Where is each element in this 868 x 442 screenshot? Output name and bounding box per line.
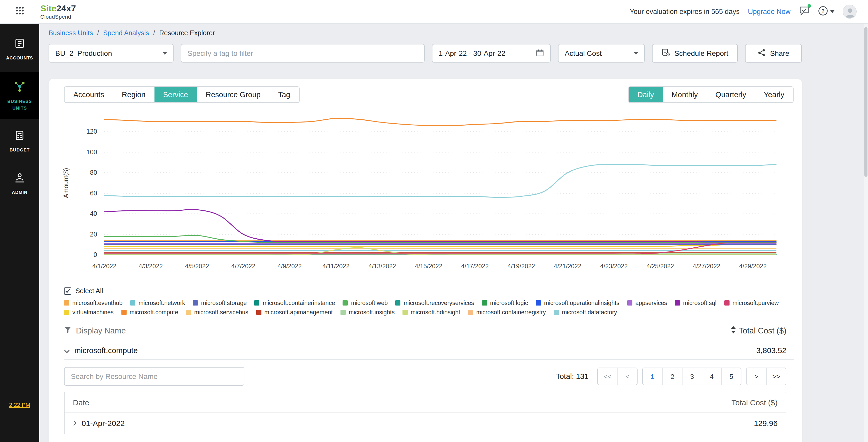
page-scrollbar[interactable] (864, 24, 868, 442)
legend-item[interactable]: microsoft.containerinstance (254, 300, 335, 306)
svg-text:20: 20 (90, 231, 97, 238)
legend-swatch (254, 300, 259, 305)
app-launcher-button[interactable] (0, 6, 39, 17)
chevron-down-icon[interactable] (64, 346, 70, 355)
legend-item[interactable]: microsoft.hdinsight (402, 309, 460, 315)
breadcrumb-separator: / (97, 29, 99, 37)
legend-item[interactable]: microsoft.containerregistry (468, 309, 546, 315)
pagination-next-button[interactable]: > (747, 368, 766, 385)
feedback-button[interactable] (799, 6, 810, 18)
date-table-header: Date Total Cost ($) (65, 392, 786, 412)
legend-label: microsoft.web (351, 300, 388, 306)
cost-type-value: Actual Cost (565, 49, 602, 57)
display-name-header: Display Name (76, 326, 126, 335)
tab-daily[interactable]: Daily (628, 87, 663, 102)
tag-filter-input[interactable] (181, 44, 425, 63)
sidebar: ACCOUNTS BUSINESS UNITS BUDGET (0, 24, 39, 442)
legend-swatch (130, 300, 135, 305)
svg-text:4/17/2022: 4/17/2022 (461, 263, 489, 270)
legend-item[interactable]: appservices (627, 300, 667, 306)
tab-monthly[interactable]: Monthly (663, 87, 707, 102)
sort-icon[interactable] (731, 326, 736, 336)
sidebar-item-admin[interactable]: ADMIN (0, 165, 39, 204)
legend-item[interactable]: microsoft.storage (193, 300, 247, 306)
sidebar-item-label: BUDGET (9, 147, 30, 154)
pagination-page-1[interactable]: 1 (643, 368, 662, 385)
date-cost-value: 129.96 (754, 419, 778, 428)
cost-type-select[interactable]: Actual Cost (558, 44, 645, 63)
legend-item[interactable]: microsoft.operationalinsights (536, 300, 619, 306)
legend-item[interactable]: microsoft.web (343, 300, 388, 306)
legend-item[interactable]: microsoft.sql (675, 300, 716, 306)
legend-item[interactable]: microsoft.purview (724, 300, 779, 306)
sidebar-item-business-units[interactable]: BUSINESS UNITS (0, 72, 39, 119)
legend-item[interactable]: microsoft.insights (340, 309, 395, 315)
schedule-report-button[interactable]: Schedule Report (652, 44, 738, 63)
schedule-report-icon (661, 48, 671, 58)
business-unit-select[interactable]: BU_2_Production (49, 44, 174, 63)
legend-swatch (675, 300, 680, 305)
svg-text:4/15/2022: 4/15/2022 (415, 263, 442, 270)
legend-swatch (554, 310, 559, 315)
share-icon (758, 48, 766, 58)
legend-item[interactable]: microsoft.datafactory (554, 309, 617, 315)
legend-swatch (64, 310, 69, 315)
pagination-page-3[interactable]: 3 (682, 368, 702, 385)
help-menu[interactable]: ? (818, 5, 834, 18)
resource-search-input[interactable] (64, 367, 244, 386)
tab-region[interactable]: Region (113, 87, 154, 102)
pagination-first-button[interactable]: << (598, 368, 617, 385)
svg-text:4/25/2022: 4/25/2022 (646, 263, 674, 270)
share-button[interactable]: Share (745, 44, 802, 63)
resource-row-microsoft-compute[interactable]: microsoft.compute 3,803.52 (64, 341, 794, 360)
pagination-prev-button[interactable]: < (617, 368, 637, 385)
legend-item[interactable]: microsoft.recoveryservices (396, 300, 474, 306)
legend-label: appservices (636, 300, 667, 306)
brand-logo[interactable]: Site24x7 CloudSpend (40, 4, 76, 20)
line-chart[interactable]: Amount($)0204060801001204/1/20224/3/2022… (57, 107, 806, 272)
upgrade-now-link[interactable]: Upgrade Now (748, 8, 790, 16)
checkbox-checked-icon[interactable] (64, 287, 71, 294)
legend-swatch (627, 300, 632, 305)
resource-explorer-card: Accounts Region Service Resource Group T… (49, 79, 802, 442)
legend-item[interactable]: microsoft.compute (121, 309, 178, 315)
tab-yearly[interactable]: Yearly (755, 87, 793, 102)
sidebar-item-label: BUSINESS UNITS (2, 98, 37, 111)
tab-tag[interactable]: Tag (270, 87, 299, 102)
select-all-control[interactable]: Select All (64, 287, 794, 295)
svg-text:?: ? (822, 8, 825, 13)
breadcrumb-business-units[interactable]: Business Units (49, 29, 93, 37)
pagination-page-5[interactable]: 5 (721, 368, 741, 385)
tab-quarterly[interactable]: Quarterly (707, 87, 755, 102)
legend-item[interactable]: microsoft.servicebus (186, 309, 249, 315)
breadcrumb-spend-analysis[interactable]: Spend Analysis (103, 29, 149, 37)
svg-text:40: 40 (90, 210, 97, 217)
sidebar-clock[interactable]: 2:22 PM (0, 402, 39, 408)
pagination-page-4[interactable]: 4 (702, 368, 721, 385)
legend-item[interactable]: microsoft.network (130, 300, 185, 306)
date-value: 01-Apr-2022 (82, 419, 125, 428)
legend-label: microsoft.datafactory (562, 309, 617, 315)
legend-item[interactable]: microsoft.eventhub (64, 300, 122, 306)
avatar[interactable] (843, 5, 857, 19)
calendar-icon (536, 48, 544, 58)
legend-label: microsoft.logic (490, 300, 528, 306)
legend-item[interactable]: microsoft.logic (482, 300, 528, 306)
chevron-right-icon[interactable] (73, 419, 76, 428)
pagination-page-2[interactable]: 2 (662, 368, 682, 385)
legend-item[interactable]: virtualmachines (64, 309, 114, 315)
sidebar-item-accounts[interactable]: ACCOUNTS (0, 30, 39, 69)
date-range-picker[interactable]: 1-Apr-22 - 30-Apr-22 (432, 44, 551, 63)
tab-accounts[interactable]: Accounts (65, 87, 113, 102)
legend-swatch (193, 300, 198, 305)
tab-service[interactable]: Service (154, 87, 197, 102)
tab-resource-group[interactable]: Resource Group (197, 87, 270, 102)
tabs-row: Accounts Region Service Resource Group T… (64, 86, 794, 103)
pagination-last-button[interactable]: >> (766, 368, 786, 385)
filter-funnel-icon[interactable] (64, 326, 71, 335)
topbar: Site24x7 CloudSpend Your evaluation expi… (0, 0, 868, 24)
sidebar-item-budget[interactable]: BUDGET (0, 122, 39, 161)
legend-item[interactable]: microsoft.apimanagement (256, 309, 333, 315)
date-row[interactable]: 01-Apr-2022 129.96 (65, 412, 786, 434)
scrollbar-thumb[interactable] (864, 27, 867, 177)
